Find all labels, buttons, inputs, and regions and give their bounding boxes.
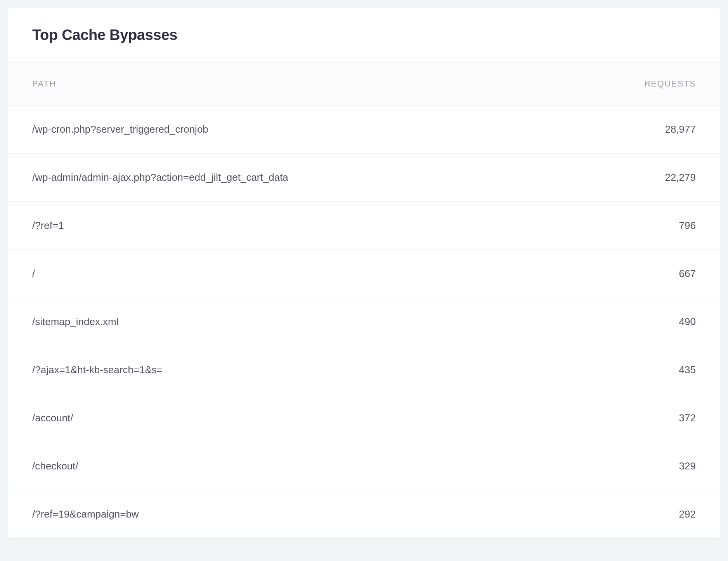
cell-path: /wp-admin/admin-ajax.php?action=edd_jilt…: [8, 154, 544, 202]
cell-requests: 372: [544, 394, 720, 442]
cell-requests: 292: [544, 490, 720, 538]
cell-path: /?ref=19&campaign=bw: [8, 490, 544, 538]
table-row: /wp-cron.php?server_triggered_cronjob 28…: [8, 106, 720, 154]
cell-requests: 490: [544, 298, 720, 346]
card-header: Top Cache Bypasses: [8, 8, 720, 62]
table-row: /wp-admin/admin-ajax.php?action=edd_jilt…: [8, 154, 720, 202]
table-row: /?ref=19&campaign=bw 292: [8, 490, 720, 538]
cell-path: /checkout/: [8, 442, 544, 490]
card-title: Top Cache Bypasses: [32, 27, 696, 43]
table-row: /sitemap_index.xml 490: [8, 298, 720, 346]
cell-requests: 667: [544, 250, 720, 298]
cell-path: /account/: [8, 394, 544, 442]
cell-path: /sitemap_index.xml: [8, 298, 544, 346]
cell-requests: 28,977: [544, 106, 720, 154]
cell-path: /?ref=1: [8, 202, 544, 250]
table-row: / 667: [8, 250, 720, 298]
cell-requests: 435: [544, 346, 720, 394]
cell-path: /?ajax=1&ht-kb-search=1&s=: [8, 346, 544, 394]
column-header-requests[interactable]: REQUESTS: [544, 62, 720, 106]
top-cache-bypasses-card: Top Cache Bypasses PATH REQUESTS /wp-cro…: [8, 8, 720, 538]
cell-requests: 22,279: [544, 154, 720, 202]
table-row: /account/ 372: [8, 394, 720, 442]
cell-path: /: [8, 250, 544, 298]
cache-bypasses-table: PATH REQUESTS /wp-cron.php?server_trigge…: [8, 62, 720, 538]
table-row: /?ref=1 796: [8, 202, 720, 250]
cell-requests: 329: [544, 442, 720, 490]
cell-requests: 796: [544, 202, 720, 250]
table-row: /?ajax=1&ht-kb-search=1&s= 435: [8, 346, 720, 394]
table-row: /checkout/ 329: [8, 442, 720, 490]
cell-path: /wp-cron.php?server_triggered_cronjob: [8, 106, 544, 154]
column-header-path[interactable]: PATH: [8, 62, 544, 106]
table-header-row: PATH REQUESTS: [8, 62, 720, 106]
